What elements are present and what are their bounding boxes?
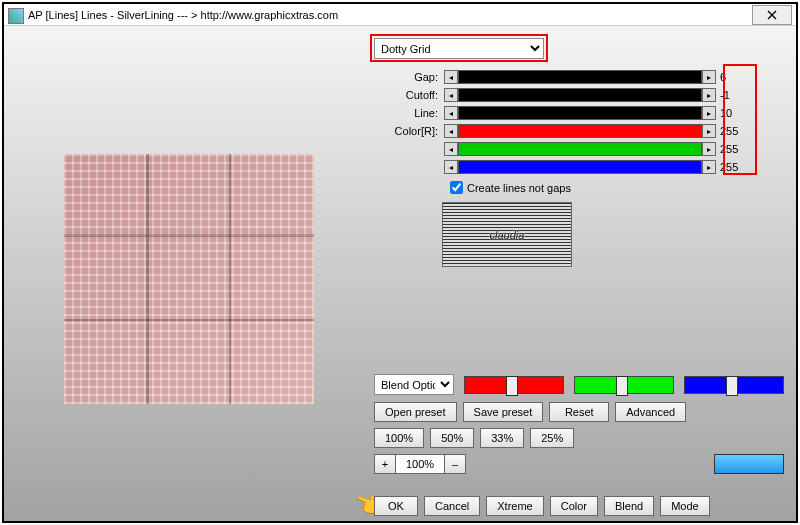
track-gap[interactable] <box>458 70 702 84</box>
track-red[interactable] <box>458 124 702 138</box>
preset-select[interactable]: Dotty Grid <box>374 38 544 59</box>
cancel-button[interactable]: Cancel <box>424 496 480 516</box>
blend-slider-red[interactable] <box>464 376 564 394</box>
label-gap: Gap: <box>374 71 444 83</box>
track-blue[interactable] <box>458 160 702 174</box>
slider-cutoff[interactable]: ◂ ▸ <box>444 88 716 102</box>
xtreme-button[interactable]: Xtreme <box>486 496 543 516</box>
arrow-right-icon[interactable]: ▸ <box>702 142 716 156</box>
slider-line[interactable]: ◂ ▸ <box>444 106 716 120</box>
create-lines-checkbox[interactable] <box>450 181 463 194</box>
zoom-33-button[interactable]: 33% <box>480 428 524 448</box>
zoom-in-button[interactable]: + <box>374 454 396 474</box>
action-buttons-row: OK Cancel Xtreme Color Blend Mode <box>374 496 784 516</box>
label-cutoff: Cutoff: <box>374 89 444 101</box>
blend-slider-blue[interactable] <box>684 376 784 394</box>
preview-logo: claudia <box>442 202 572 267</box>
row-color-r: Color[R]: ◂ ▸ 255 <box>374 123 784 139</box>
close-button[interactable] <box>752 5 792 25</box>
arrow-right-icon[interactable]: ▸ <box>702 160 716 174</box>
zoom-row: + 100% – <box>374 454 784 474</box>
arrow-left-icon[interactable]: ◂ <box>444 70 458 84</box>
blend-row: Blend Optic <box>374 374 784 395</box>
mode-button[interactable]: Mode <box>660 496 710 516</box>
open-preset-button[interactable]: Open preset <box>374 402 457 422</box>
titlebar: AP [Lines] Lines - SilverLining --- > ht… <box>4 4 796 26</box>
arrow-left-icon[interactable]: ◂ <box>444 142 458 156</box>
controls-panel: Dotty Grid Gap: ◂ ▸ 6 Cutoff: ◂ ▸ -1 <box>374 38 784 267</box>
preview-image <box>64 154 314 404</box>
track-cutoff[interactable] <box>458 88 702 102</box>
color-swatch[interactable] <box>714 454 784 474</box>
slider-thumb[interactable] <box>726 376 738 396</box>
zoom-100-button[interactable]: 100% <box>374 428 424 448</box>
arrow-left-icon[interactable]: ◂ <box>444 160 458 174</box>
row-gap: Gap: ◂ ▸ 6 <box>374 69 784 85</box>
value-color-b: 255 <box>720 161 748 173</box>
track-line[interactable] <box>458 106 702 120</box>
create-lines-label: Create lines not gaps <box>467 182 571 194</box>
percent-buttons-row: 100% 50% 33% 25% <box>374 428 784 448</box>
reset-button[interactable]: Reset <box>549 402 609 422</box>
arrow-right-icon[interactable]: ▸ <box>702 70 716 84</box>
zoom-out-button[interactable]: – <box>444 454 466 474</box>
slider-gap[interactable]: ◂ ▸ <box>444 70 716 84</box>
slider-color-b[interactable]: ◂ ▸ <box>444 160 716 174</box>
window-title: AP [Lines] Lines - SilverLining --- > ht… <box>28 9 752 21</box>
arrow-right-icon[interactable]: ▸ <box>702 88 716 102</box>
blend-button[interactable]: Blend <box>604 496 654 516</box>
arrow-left-icon[interactable]: ◂ <box>444 106 458 120</box>
blend-options-select[interactable]: Blend Optic <box>374 374 454 395</box>
track-green[interactable] <box>458 142 702 156</box>
parameter-rows: Gap: ◂ ▸ 6 Cutoff: ◂ ▸ -1 Line: <box>374 69 784 175</box>
save-preset-button[interactable]: Save preset <box>463 402 544 422</box>
label-line: Line: <box>374 107 444 119</box>
value-color-r: 255 <box>720 125 748 137</box>
advanced-button[interactable]: Advanced <box>615 402 686 422</box>
zoom-value: 100% <box>395 454 445 474</box>
create-lines-row: Create lines not gaps <box>450 181 784 194</box>
value-color-g: 255 <box>720 143 748 155</box>
arrow-left-icon[interactable]: ◂ <box>444 88 458 102</box>
close-icon <box>767 10 777 20</box>
value-line: 10 <box>720 107 748 119</box>
color-button[interactable]: Color <box>550 496 598 516</box>
ok-button[interactable]: OK <box>374 496 418 516</box>
row-color-g: ◂ ▸ 255 <box>374 141 784 157</box>
preset-buttons-row: Open preset Save preset Reset Advanced <box>374 402 784 422</box>
slider-thumb[interactable] <box>506 376 518 396</box>
plugin-window: AP [Lines] Lines - SilverLining --- > ht… <box>2 2 798 523</box>
row-cutoff: Cutoff: ◂ ▸ -1 <box>374 87 784 103</box>
blend-slider-green[interactable] <box>574 376 674 394</box>
arrow-left-icon[interactable]: ◂ <box>444 124 458 138</box>
arrow-right-icon[interactable]: ▸ <box>702 106 716 120</box>
arrow-right-icon[interactable]: ▸ <box>702 124 716 138</box>
row-line: Line: ◂ ▸ 10 <box>374 105 784 121</box>
label-color-r: Color[R]: <box>374 125 444 137</box>
app-icon <box>8 8 22 22</box>
preview-panel <box>64 154 314 404</box>
zoom-25-button[interactable]: 25% <box>530 428 574 448</box>
slider-color-g[interactable]: ◂ ▸ <box>444 142 716 156</box>
slider-thumb[interactable] <box>616 376 628 396</box>
row-color-b: ◂ ▸ 255 <box>374 159 784 175</box>
slider-color-r[interactable]: ◂ ▸ <box>444 124 716 138</box>
value-gap: 6 <box>720 71 748 83</box>
zoom-50-button[interactable]: 50% <box>430 428 474 448</box>
value-cutoff: -1 <box>720 89 748 101</box>
